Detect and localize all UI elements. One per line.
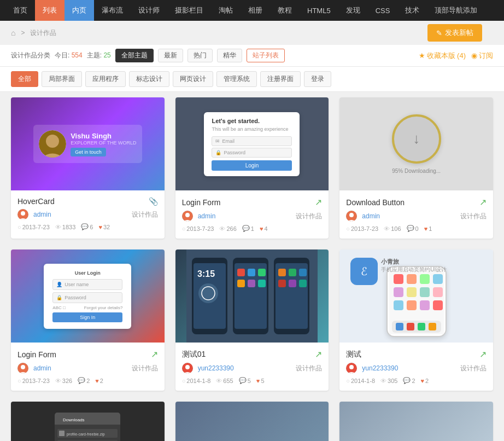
hc-avatar: [39, 130, 66, 158]
card-likes3: ♥ 1: [424, 225, 432, 232]
svg-rect-30: [289, 280, 296, 287]
svg-rect-40: [407, 287, 417, 297]
link-icon3: ↗: [479, 197, 487, 207]
svg-rect-43: [394, 300, 403, 310]
iphone-screen-svg: [389, 269, 444, 334]
card-thumb-loginform2[interactable]: User Login 👤 User name 🔒 Password ABC □ …: [11, 249, 165, 343]
card-author3[interactable]: admin: [362, 212, 380, 220]
card-test: ℰ 小青旅 手机应用启动页简约UI设计: [339, 249, 493, 391]
hovercard-mini-preview: Vishu Singh EXPLORER OF THE WORLD Get in…: [33, 125, 142, 163]
today-count: 今日: 554: [55, 51, 83, 60]
card-author2[interactable]: admin: [198, 212, 216, 220]
card-date5: ○ 2014-1-8: [182, 378, 211, 384]
card-body-download: Download Button ↗ admin 设计作品 ○ 2013-7-23…: [339, 190, 493, 239]
tag-web[interactable]: 网页设计: [173, 71, 213, 87]
mini-password-field: 🔒 Password: [52, 292, 122, 303]
svg-point-7: [349, 213, 354, 217]
nav-tutorial[interactable]: 教程: [270, 0, 300, 21]
collect-button[interactable]: ★ 收藏本版 (4): [419, 51, 466, 61]
nav-list[interactable]: 列表: [35, 0, 65, 21]
bottom1-svg: Downloads profile-card-freebie.zip anoth…: [22, 402, 153, 441]
card-author[interactable]: admin: [33, 211, 51, 218]
card-views3: 👁 106: [384, 225, 401, 232]
post-button-label: 发表新帖: [445, 28, 473, 38]
svg-rect-28: [299, 269, 307, 276]
card-title5: 测试01: [182, 350, 206, 359]
mini-form-options: ABC □ Forgot your details?: [52, 305, 122, 310]
link-icon: ↗: [315, 197, 322, 207]
svg-rect-37: [420, 274, 430, 284]
card-date4: ○ 2013-7-23: [17, 378, 50, 384]
card-thumb-loginform1[interactable]: Let's get started. This will be an amazi…: [175, 97, 329, 190]
card-views5: 👁 655: [216, 378, 233, 384]
svg-rect-50: [418, 323, 425, 330]
card-author-info6: yun2233390: [346, 363, 398, 374]
main-nav: 首页 列表 内页 瀑布流 设计师 摄影栏目 淘帖 相册 教程 HTML5 发现 …: [0, 0, 504, 21]
card-category5: 设计作品: [296, 364, 322, 373]
filter-subsite[interactable]: 站子列表: [247, 49, 285, 62]
gs-login-btn: Login: [212, 160, 292, 171]
card-views2: 👁 266: [219, 225, 236, 232]
tag-app[interactable]: 应用程序: [85, 71, 126, 87]
card-views4: 👁 326: [55, 378, 72, 384]
tag-admin[interactable]: 管理系统: [216, 71, 257, 87]
card-author-info: admin: [17, 209, 51, 220]
card-meta3: admin 设计作品: [346, 211, 487, 222]
card-thumb-hovercard[interactable]: Vishu Singh EXPLORER OF THE WORLD Get in…: [11, 97, 165, 190]
card-downloadbutton: ↓ 95% Downloading... Download Button ↗ a…: [339, 97, 493, 239]
gs-email-field: ✉ Email: [212, 136, 292, 146]
post-button[interactable]: ✎ 发表新帖: [427, 24, 482, 42]
nav-home[interactable]: 首页: [5, 0, 35, 21]
hc-name: Vishu Singh: [71, 132, 136, 140]
nav-css[interactable]: CSS: [368, 0, 398, 21]
card-comments3: 💬 0: [407, 225, 419, 232]
tag-login[interactable]: 登录: [304, 71, 331, 87]
download-progress-text: 95% Downloading...: [392, 168, 441, 174]
card-meta5: yun2233390 设计作品: [182, 363, 323, 374]
card-bottom3: Megan Ronnie ✓: [339, 402, 493, 441]
nav-add[interactable]: 顶部导航添加: [427, 0, 485, 21]
card-date3: ○ 2013-7-23: [346, 225, 378, 232]
card-thumb-test01[interactable]: 3:15: [175, 249, 329, 343]
nav-shop[interactable]: 淘帖: [211, 0, 241, 21]
card-thumb-bottom2[interactable]: You Don't Know My Mind: [175, 402, 329, 441]
filter-hot[interactable]: 热门: [187, 49, 213, 62]
svg-point-3: [21, 211, 25, 216]
theme-count: 主题: 25: [87, 51, 111, 60]
link-icon6: ↗: [479, 349, 487, 359]
card-category4: 设计作品: [132, 364, 158, 373]
tag-all[interactable]: 全部: [11, 71, 38, 87]
link-icon5: ↗: [315, 349, 322, 359]
card-thumb-bottom3[interactable]: Megan Ronnie ✓: [339, 402, 493, 441]
nav-html5[interactable]: HTML5: [300, 0, 338, 21]
filter-label: 设计作品分类: [11, 51, 50, 60]
card-thumb-bottom1[interactable]: Downloads profile-card-freebie.zip anoth…: [11, 402, 165, 441]
mini-form-title: User Login: [52, 270, 122, 276]
svg-rect-18: [237, 269, 245, 276]
pencil-icon: ✎: [436, 29, 442, 37]
card-views6: 👁 305: [380, 378, 397, 384]
tag-logo[interactable]: 标志设计: [129, 71, 169, 87]
nav-tech[interactable]: 技术: [397, 0, 427, 21]
card-author4[interactable]: admin: [33, 364, 51, 372]
nav-discover[interactable]: 发现: [338, 0, 368, 21]
svg-rect-22: [248, 280, 255, 287]
card-author5[interactable]: yun2233390: [198, 364, 234, 372]
card-title-row4: Login Form ↗: [17, 349, 158, 359]
nav-designer[interactable]: 设计师: [131, 0, 167, 21]
card-avatar2: [182, 211, 193, 222]
nav-photo[interactable]: 摄影栏目: [167, 0, 211, 21]
card-author6[interactable]: yun2233390: [362, 364, 398, 372]
nav-inner[interactable]: 内页: [65, 0, 94, 21]
card-thumb-download[interactable]: ↓ 95% Downloading...: [339, 97, 493, 190]
rss-button[interactable]: ◉ 订阅: [471, 51, 493, 61]
nav-waterfall[interactable]: 瀑布流: [94, 0, 131, 21]
card-thumb-test[interactable]: ℰ 小青旅 手机应用启动页简约UI设计: [339, 249, 493, 343]
filter-featured[interactable]: 精华: [217, 49, 242, 62]
tag-register[interactable]: 注册界面: [260, 71, 301, 87]
tag-partial-ui[interactable]: 局部界面: [42, 71, 82, 87]
nav-album[interactable]: 相册: [241, 0, 270, 21]
filter-all-themes[interactable]: 全部主题: [115, 49, 154, 62]
filter-latest[interactable]: 最新: [158, 49, 183, 62]
svg-rect-29: [278, 280, 286, 287]
